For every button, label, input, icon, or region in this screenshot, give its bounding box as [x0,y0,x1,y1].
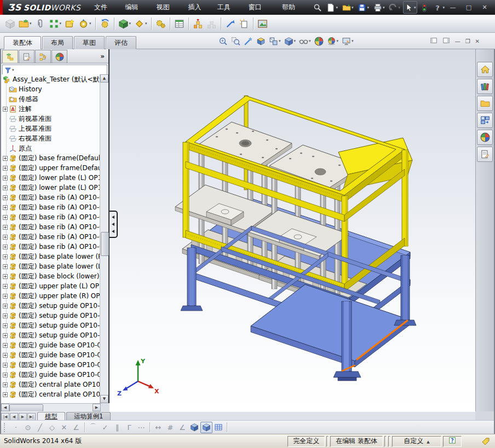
menu-item-1[interactable]: 编辑(E) [120,0,152,15]
expand-toggle-icon[interactable]: + [3,353,8,358]
expand-toggle-icon[interactable]: + [3,382,8,387]
assembly-features-button[interactable]: ▾ [117,16,133,31]
expand-toggle-icon[interactable]: + [3,323,8,328]
bill-of-materials-button[interactable] [173,16,186,31]
tree-item-21[interactable]: +(固定) upper plate (L) OP10- [1,281,101,291]
exploded-view-button[interactable] [192,16,204,31]
expand-toggle-icon[interactable]: + [3,245,8,249]
taskpane-home-button[interactable] [477,62,493,77]
tab-3[interactable]: 评估 [106,36,136,49]
pane-right-button[interactable] [442,37,450,46]
menu-item-0[interactable]: 文件(F) [89,0,120,15]
view-orientation-button[interactable]: ▾ [268,35,282,48]
tab-nav-2[interactable]: ▶ [19,413,27,421]
display-style-button[interactable]: ▾ [283,35,297,48]
tab-nav-1[interactable]: ◀ [10,413,18,421]
expand-toggle-icon[interactable]: + [3,373,8,377]
panel-tab-overflow[interactable]: » [100,50,108,63]
panel-tab-configurationmanager[interactable] [35,50,51,63]
hide-show-items-button[interactable]: ▾ [298,35,312,48]
tree-item-24[interactable]: +(固定) setup guide OP10-03 [1,311,101,321]
expand-toggle-icon[interactable]: + [3,343,8,348]
tree-item-7[interactable]: 原点 [1,143,101,153]
scroll-left-icon[interactable]: ◀ [1,404,9,411]
tree-item-1[interactable]: History [1,84,101,94]
doc-restore-button[interactable]: ❐ [465,38,470,45]
tree-item-25[interactable]: +(固定) setup guide OP10-03 [1,321,101,330]
expand-toggle-icon[interactable]: + [3,235,8,240]
tree-vertical-scrollbar[interactable]: ▲ ▼ [100,74,108,403]
tree-item-14[interactable]: +(固定) base rib (A) OP10-018 [1,212,101,222]
tree-item-27[interactable]: +(固定) guide base OP10-031 [1,340,101,350]
linear-component-pattern-button[interactable]: ▾ [48,16,63,31]
display-cube-active-button[interactable] [200,422,212,433]
expand-toggle-icon[interactable]: + [3,304,8,309]
panel-splitter-handle[interactable] [110,211,118,238]
magic-wand-button[interactable] [243,35,254,48]
tree-item-4[interactable]: 前视基准面 [1,114,101,124]
expand-toggle-icon[interactable]: + [3,284,8,289]
doc-close-button[interactable]: ✕ [475,38,480,45]
taskpane-appearances-button[interactable] [477,130,493,145]
scroll-right-icon[interactable]: ▶ [93,404,101,411]
print-button[interactable]: ▾ [372,1,387,14]
tag-button[interactable] [462,437,490,446]
taskpane-view-palette-button[interactable] [477,113,493,128]
tree-item-3[interactable]: +A注解 [1,104,101,114]
edit-appearance-button[interactable] [313,35,325,48]
reference-geometry-button[interactable]: ▾ [133,16,148,31]
tree-item-10[interactable]: +(固定) lower plate (L) OP10- [1,173,101,183]
tree-item-23[interactable]: +(固定) setup guide OP10-03 [1,301,101,311]
rotate-component-button[interactable] [99,16,111,31]
tab-1[interactable]: 布局 [42,36,73,49]
status-units-dropdown[interactable]: 自定义▲ [392,436,441,447]
tree-item-30[interactable]: +(固定) guide base OP10-031 [1,370,101,380]
taskpane-design-library-button[interactable] [477,79,493,94]
tree-item-12[interactable]: +(固定) base rib (A) OP10-018 [1,193,101,202]
graphics-area[interactable]: Y X Z [110,49,475,411]
expand-toggle-icon[interactable]: + [3,205,8,210]
quick-tip-button[interactable]: ? [443,436,462,447]
expand-toggle-icon[interactable]: + [3,363,8,368]
scrollbar-thumb[interactable] [9,404,43,412]
help-button[interactable]: ?▾ [431,1,446,14]
panel-tab-displaymanager[interactable] [51,50,67,63]
menu-item-5[interactable]: 窗口(W) [244,0,277,15]
instant3d-button[interactable] [224,16,237,31]
toolbar-grip[interactable] [4,423,7,432]
expand-toggle-icon[interactable]: + [3,156,8,161]
doc-minimize-button[interactable]: — [455,38,461,45]
expand-toggle-icon[interactable]: + [3,225,8,230]
zoom-fit-button[interactable] [217,35,229,48]
taskpane-custom-properties-button[interactable] [477,147,493,162]
new-doc-button[interactable]: ▾ [325,1,339,14]
expand-toggle-icon[interactable]: + [3,333,8,338]
scrollbar-thumb[interactable] [101,232,109,256]
tree-filter[interactable]: ▾ [2,65,107,75]
expand-toggle-icon[interactable]: + [3,185,8,190]
tab-nav-3[interactable]: ▶| [27,413,36,421]
model-chute[interactable] [338,138,412,190]
expand-toggle-icon[interactable]: + [3,107,8,112]
apply-scene-button[interactable]: ▾ [326,35,340,48]
model-assembly[interactable] [175,96,416,381]
model-canvas[interactable]: Y X Z [110,49,475,411]
tree-item-18[interactable]: +(固定) base plate lower (R) C [1,252,101,261]
mate-button[interactable] [34,16,47,31]
tree-item-16[interactable]: +(固定) base rib (A) OP10-018 [1,232,101,242]
expand-toggle-icon[interactable]: + [3,195,8,200]
menu-item-4[interactable]: 工具(T) [212,0,244,15]
tree-item-31[interactable]: +(固定) central plate OP10-02 [1,380,101,389]
panel-tab-featuremanager[interactable] [2,50,18,63]
tree-item-13[interactable]: +(固定) base rib (A) OP10-018 [1,202,101,212]
table-grid-button[interactable] [212,422,225,433]
tree-item-29[interactable]: +(固定) guide base OP10-031 [1,360,101,370]
search-button[interactable] [312,1,324,14]
tree-item-2[interactable]: 传感器 [1,94,101,104]
scroll-up-icon[interactable]: ▲ [100,74,108,83]
zoom-area-button[interactable] [230,35,241,48]
tree-item-15[interactable]: +(固定) base rib (A) OP10-018 [1,222,101,232]
tree-item-22[interactable]: +(固定) upper plate (R) OP10 [1,291,101,301]
tree-item-32[interactable]: +(固定) central plate OP10-02 [1,389,101,399]
tree-item-26[interactable]: +(固定) setup guide OP10-03 [1,330,101,340]
